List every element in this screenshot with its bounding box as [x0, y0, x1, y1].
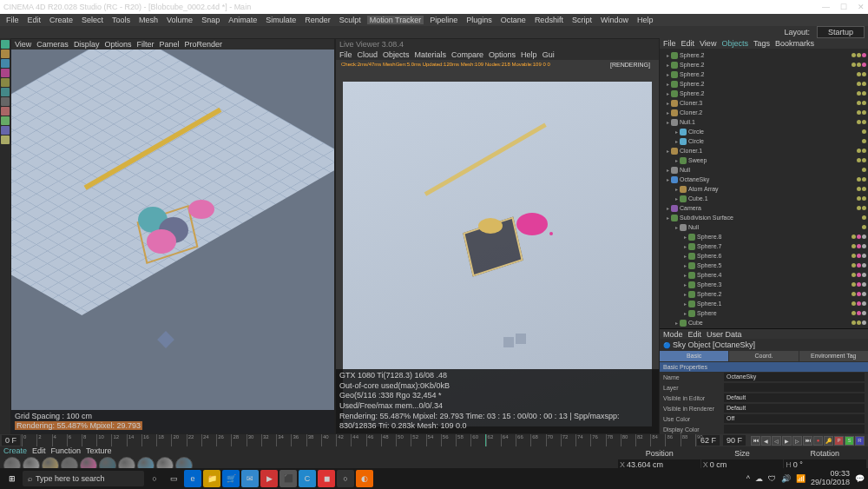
attr-value[interactable]: OctaneSky — [724, 373, 865, 381]
play-button[interactable]: ▶ — [782, 436, 792, 446]
tag-icon[interactable] — [857, 53, 861, 57]
tag-icon[interactable] — [852, 254, 856, 258]
app-icon[interactable]: ○ — [337, 470, 354, 487]
tool-icon[interactable] — [1, 135, 10, 144]
app-icon[interactable]: e — [184, 470, 201, 487]
tree-row[interactable]: ▸OctaneSky — [661, 175, 866, 184]
attr-value[interactable]: Default — [724, 393, 865, 402]
tree-row[interactable]: ▸Sphere.7 — [661, 241, 866, 251]
tag-icon[interactable] — [852, 235, 856, 239]
attr-mode-mode[interactable]: Mode — [663, 330, 683, 339]
tag-icon[interactable] — [862, 63, 866, 67]
goto-end-button[interactable]: ⏭ — [803, 436, 812, 446]
attr-tab-basic[interactable]: Basic — [660, 351, 728, 361]
tree-row[interactable]: ▸Sphere.4 — [661, 270, 866, 280]
attr-value[interactable]: Off — [724, 414, 865, 423]
tag-icon[interactable] — [857, 301, 861, 306]
menu-sculpt[interactable]: Sculpt — [337, 16, 364, 24]
goto-start-button[interactable]: ⏮ — [751, 436, 760, 446]
cortana-icon[interactable]: ○ — [146, 470, 163, 487]
tool-icon[interactable] — [1, 97, 10, 106]
tag-icon[interactable] — [857, 187, 861, 191]
tag-icon[interactable] — [862, 263, 866, 268]
app-icon[interactable]: 🛒 — [222, 470, 240, 487]
vp-tab-filter[interactable]: Filter — [136, 40, 154, 49]
om-tab-file[interactable]: File — [663, 39, 676, 48]
menu-window[interactable]: Window — [598, 16, 631, 24]
tag-icon[interactable] — [852, 53, 856, 57]
vp-tab-view[interactable]: View — [15, 40, 31, 49]
timeline-start[interactable]: 0 F — [2, 435, 20, 446]
tag-icon[interactable] — [852, 263, 856, 268]
om-tab-objects[interactable]: Objects — [721, 39, 748, 48]
lv-tab-file[interactable]: File — [339, 50, 352, 59]
menu-mesh[interactable]: Mesh — [136, 16, 161, 24]
tag-icon[interactable] — [862, 53, 866, 57]
app-icon[interactable]: 📁 — [203, 470, 220, 487]
tray-icon[interactable]: ^ — [746, 474, 750, 483]
menu-select[interactable]: Select — [79, 16, 106, 24]
app-icon[interactable]: ✉ — [241, 470, 259, 487]
tree-row[interactable]: ▸Circle — [661, 136, 866, 146]
tag-icon[interactable] — [857, 91, 861, 96]
object-tree[interactable]: ▸Sphere.2▸Sphere.2▸Sphere.2▸Sphere.2▸Sph… — [660, 49, 868, 328]
tag-icon[interactable] — [857, 282, 861, 287]
mat-tab-create[interactable]: Create — [3, 446, 27, 455]
tag-icon[interactable] — [862, 206, 866, 210]
layout-dropdown[interactable]: Startup — [817, 26, 865, 38]
minimize-button[interactable]: — — [822, 3, 830, 11]
tree-row[interactable]: ▸Cloner.3 — [661, 98, 866, 108]
tree-row[interactable]: ▸Sphere.3 — [661, 280, 866, 289]
om-tab-view[interactable]: View — [700, 39, 716, 48]
maximize-button[interactable]: ☐ — [840, 3, 847, 11]
tag-icon[interactable] — [862, 129, 866, 134]
tag-icon[interactable] — [852, 320, 856, 325]
mat-tab-edit[interactable]: Edit — [32, 446, 46, 455]
om-tab-tags[interactable]: Tags — [753, 39, 770, 48]
attr-mode-edit[interactable]: Edit — [688, 330, 702, 339]
tag-icon[interactable] — [852, 273, 856, 277]
key-p-button[interactable]: P — [834, 436, 844, 446]
mat-tab-function[interactable]: Function — [51, 446, 82, 455]
vp-tab-panel[interactable]: Panel — [159, 40, 179, 49]
tag-icon[interactable] — [862, 149, 866, 153]
tag-icon[interactable] — [862, 282, 866, 287]
taskview-icon[interactable]: ▭ — [165, 470, 182, 487]
tree-row[interactable]: ▸Sphere.2 — [661, 69, 866, 79]
menu-volume[interactable]: Volume — [164, 16, 195, 24]
tag-icon[interactable] — [852, 282, 856, 287]
play-back-button[interactable]: ◁ — [772, 436, 781, 446]
record-button[interactable]: ● — [813, 436, 823, 446]
tree-row[interactable]: ▸Cube.1 — [661, 194, 866, 203]
tag-icon[interactable] — [862, 110, 866, 115]
attr-value[interactable]: Default — [724, 404, 865, 413]
tool-icon[interactable] — [1, 40, 10, 49]
tag-icon[interactable] — [862, 311, 866, 315]
menu-plugins[interactable]: Plugins — [464, 16, 495, 24]
timeline-ruler[interactable]: 0246810121416182022242628303234363840424… — [22, 434, 695, 446]
menu-tools[interactable]: Tools — [109, 16, 133, 24]
menu-pipeline[interactable]: Pipeline — [427, 16, 460, 24]
tree-row[interactable]: ▸Cube — [661, 318, 866, 327]
tag-icon[interactable] — [862, 139, 866, 143]
tag-icon[interactable] — [857, 292, 861, 296]
tool-icon[interactable] — [1, 116, 10, 125]
om-tab-edit[interactable]: Edit — [681, 39, 695, 48]
tool-icon[interactable] — [1, 88, 10, 96]
tree-row[interactable]: ▸Cloner.1 — [661, 146, 866, 155]
tree-row[interactable]: ▸Sphere.8 — [661, 232, 866, 241]
menu-create[interactable]: Create — [47, 16, 76, 24]
tag-icon[interactable] — [857, 196, 861, 201]
tree-row[interactable]: ▸Sphere.2 — [661, 79, 866, 89]
tag-icon[interactable] — [862, 72, 866, 76]
tree-row[interactable]: ▸Sphere.2 — [661, 89, 866, 98]
tree-row[interactable]: ▸Camera — [661, 203, 866, 213]
vp-tab-prorender[interactable]: ProRender — [184, 40, 222, 49]
notifications-icon[interactable]: 💬 — [855, 474, 865, 483]
taskbar-search[interactable]: ⌕ Type here to search — [23, 471, 144, 486]
tool-icon[interactable] — [1, 107, 10, 116]
tag-icon[interactable] — [857, 235, 861, 239]
render-canvas[interactable]: Check:2ms/47ms MeshGen:5.0ms Updated:120… — [336, 60, 659, 433]
tree-row[interactable]: ▸Sphere.1 — [661, 299, 866, 308]
app-icon[interactable]: ◼ — [318, 470, 335, 487]
